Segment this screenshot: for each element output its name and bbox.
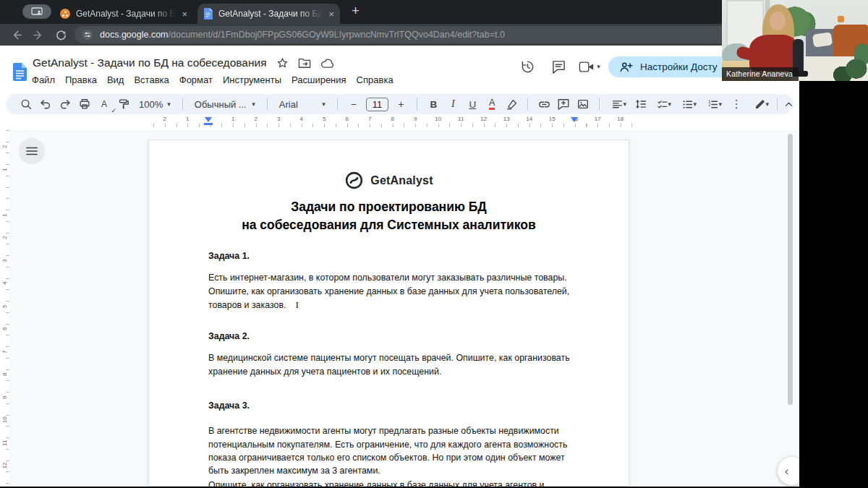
font-select[interactable]: Arial▾	[276, 99, 328, 110]
site-info-icon[interactable]	[82, 29, 93, 40]
move-folder-icon[interactable]	[298, 57, 311, 69]
getanalyst-logo-icon	[344, 171, 364, 190]
underline-button[interactable]: U	[465, 96, 480, 112]
back-icon[interactable]	[10, 29, 22, 41]
show-outline-button[interactable]	[19, 138, 45, 164]
italic-button[interactable]: I	[446, 96, 460, 112]
more-options-icon[interactable]: ⋮	[729, 96, 744, 112]
join-call-button[interactable]: ▾	[577, 54, 602, 79]
window-control-pill[interactable]	[22, 4, 51, 19]
numbered-list-select[interactable]: 12 ▾	[704, 96, 724, 112]
line-spacing-icon[interactable]	[634, 96, 648, 112]
ruler-number: 1	[222, 116, 245, 122]
ruler-number: 8	[381, 116, 404, 122]
ruler-number: 13	[495, 116, 519, 122]
docs-header: GetAnalyst - Задачи по БД на собеседован…	[0, 46, 799, 93]
person-face	[770, 12, 786, 30]
chevron-left-icon: ‹	[785, 464, 789, 479]
menu-item[interactable]: Инструменты	[218, 73, 286, 87]
tab-title: GetAnalyst - Задачи по БД н	[76, 9, 176, 19]
browser-window: GetAnalyst - Задачи по БД н × GetAnalyst…	[0, 0, 799, 487]
menu-item[interactable]: Вид	[102, 73, 129, 87]
increase-font-size-button[interactable]: +	[393, 96, 408, 112]
ruler-number: 9	[404, 116, 427, 122]
share-button-label: Настройки Досту	[640, 61, 718, 72]
add-comment-icon[interactable]	[556, 96, 571, 112]
menu-item[interactable]: Правка	[60, 73, 102, 87]
close-tab-icon[interactable]: ×	[328, 9, 334, 19]
font-size-input[interactable]: 11	[366, 98, 389, 111]
chevron-down-icon: ▾	[597, 64, 600, 70]
version-history-button[interactable]	[515, 54, 540, 79]
redo-icon[interactable]	[58, 96, 72, 112]
vertical-ruler: 21123456789101112	[0, 130, 9, 487]
chevron-down-icon: ▾	[624, 101, 627, 108]
doc-text-line: потенциальным покупателям. Есть ограниче…	[208, 440, 567, 450]
doc-text-line: быть закреплен максимум за 3 агентами.	[208, 466, 380, 476]
editing-mode-select[interactable]: ▾	[749, 96, 773, 112]
paint-format-icon[interactable]	[116, 96, 131, 112]
chevron-down-icon: ▾	[719, 101, 723, 108]
doc-text-line: Опишите, как организовать хранение данны…	[208, 286, 569, 296]
bold-button[interactable]: B	[426, 96, 441, 112]
menu-item[interactable]: Формат	[174, 73, 218, 87]
collapse-panel-button[interactable]: ‹	[778, 457, 799, 485]
ruler-number: 18	[609, 116, 632, 122]
menu-item[interactable]: Файл	[27, 73, 60, 87]
spellcheck-icon[interactable]: A✓	[97, 96, 111, 112]
url-path: /document/d/1FmDboj0FPpGS06GOyW9LIyrpwnc…	[169, 30, 505, 40]
cloud-status-icon[interactable]	[320, 58, 334, 69]
text-color-button[interactable]: A	[485, 96, 499, 112]
comments-button[interactable]	[546, 54, 571, 79]
paragraph-style-select[interactable]: Обычный ...▾	[192, 99, 258, 110]
insert-image-icon[interactable]	[576, 96, 590, 112]
checklist-select[interactable]: ▾	[653, 96, 673, 112]
chevron-down-icon: ▾	[668, 101, 672, 108]
document-title[interactable]: GetAnalyst - Задачи по БД на собеседован…	[33, 56, 267, 69]
undo-icon[interactable]	[38, 96, 53, 112]
close-tab-icon[interactable]: ×	[182, 9, 187, 19]
url-text: docs.google.com/document/d/1FmDboj0FPpGS…	[100, 30, 764, 40]
zoom-select[interactable]: 100%▾	[136, 99, 174, 110]
forward-icon[interactable]	[33, 29, 45, 41]
doc-text-line: на собеседования для Системных аналитико…	[149, 218, 629, 233]
url-bar[interactable]: docs.google.com/document/d/1FmDboj0FPpGS…	[75, 26, 789, 43]
browser-tab-2-active[interactable]: GetAnalyst - Задачи по БД н ×	[197, 4, 340, 24]
insert-link-icon[interactable]	[537, 96, 551, 112]
chevron-down-icon: ▾	[322, 101, 326, 108]
reload-icon[interactable]	[55, 29, 67, 41]
decrease-font-size-button[interactable]: −	[346, 96, 361, 112]
new-tab-button[interactable]: +	[352, 3, 359, 19]
print-icon[interactable]	[77, 96, 92, 112]
search-menus-icon[interactable]	[19, 96, 33, 112]
highlight-color-icon[interactable]	[504, 96, 519, 112]
star-document-icon[interactable]	[276, 57, 289, 69]
bulleted-list-select[interactable]: ▾	[678, 96, 699, 112]
ruler-number: 17	[587, 116, 610, 122]
align-select[interactable]: ▾	[608, 96, 629, 112]
participant-name-label: Katherine Ananeva	[722, 67, 799, 81]
chevron-down-icon: ▾	[252, 101, 255, 108]
chevron-down-icon: ▾	[694, 101, 697, 108]
hide-menus-icon[interactable]	[781, 96, 796, 112]
left-indent-marker[interactable]	[205, 117, 212, 122]
docs-toolbar: A✓ 100%▾ Обычный ...▾ Arial▾ − 11 + B I …	[6, 94, 793, 114]
ruler-number: 2	[153, 116, 176, 122]
vertical-scrollbar[interactable]	[788, 134, 793, 405]
ruler-number: 15	[541, 116, 564, 122]
right-indent-marker[interactable]	[571, 117, 578, 122]
document-logo-row: GetAnalyst	[149, 171, 629, 190]
doc-text-line: товаров и заказов.	[208, 299, 299, 311]
toolbar-divider	[267, 98, 268, 111]
ruler-number: 10	[427, 116, 450, 122]
first-line-indent-marker[interactable]	[204, 123, 213, 125]
menu-item[interactable]: Расширения	[286, 73, 352, 87]
menu-item[interactable]: Вставка	[129, 73, 174, 87]
browser-tab-1[interactable]: GetAnalyst - Задачи по БД н ×	[54, 4, 193, 24]
tab-title: GetAnalyst - Задачи по БД н	[218, 9, 323, 19]
horizontal-ruler: 21123456789101112131415161718	[0, 114, 799, 130]
document-page[interactable]: GetAnalyst Задачи по проектированию БДна…	[148, 140, 629, 487]
menu-item[interactable]: Справка	[352, 73, 399, 87]
toolbar-divider	[599, 98, 600, 111]
url-domain: docs.google.com	[100, 30, 169, 40]
